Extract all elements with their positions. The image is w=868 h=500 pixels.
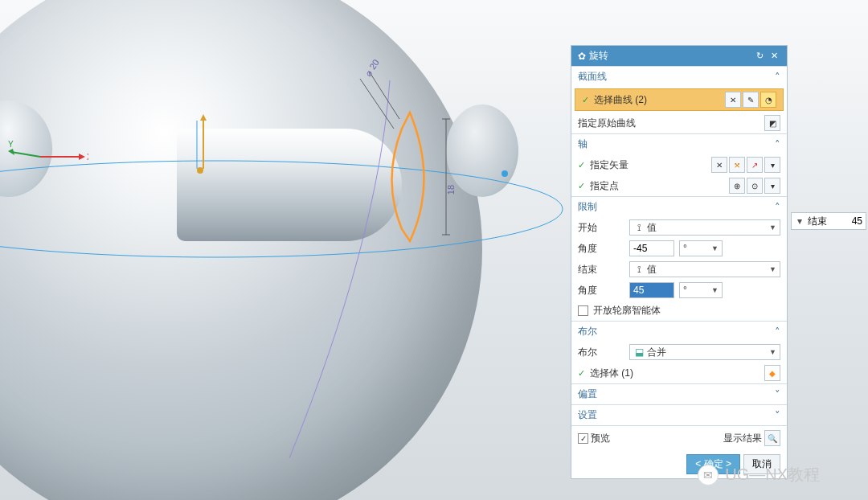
refresh-icon[interactable]: ↻ xyxy=(753,50,766,63)
chevron-up-icon: ˄ xyxy=(775,326,780,338)
limits-label: 限制 xyxy=(578,200,597,214)
section-curve-label: 截面线 xyxy=(578,70,607,84)
chevron-down-icon: ▼ xyxy=(769,265,776,273)
dialog-titlebar[interactable]: ✿ 旋转 ↻ ✕ xyxy=(571,46,787,66)
select-body-label: 选择体 (1) xyxy=(590,367,760,380)
section-boolean-header[interactable]: 布尔 ˄ xyxy=(571,321,787,342)
sketch-icon[interactable]: ✎ xyxy=(743,92,759,108)
start-mode-select[interactable]: ⟟ 值 ▼ xyxy=(629,219,780,236)
start-angle-input[interactable] xyxy=(629,240,674,256)
model-sphere xyxy=(0,0,482,500)
svg-text:Y: Y xyxy=(8,141,14,149)
open-profile-row[interactable]: 开放轮廓智能体 xyxy=(571,301,787,321)
end-label: 结束 xyxy=(578,263,624,277)
point-dialog-icon[interactable]: ⊕ xyxy=(729,178,745,194)
angle-label: 角度 xyxy=(578,242,624,256)
section-settings-header[interactable]: 设置 ˅ xyxy=(571,404,787,425)
chevron-down-icon[interactable]: ▾ xyxy=(795,215,805,227)
float-end-value: 45 xyxy=(830,215,862,227)
svg-marker-4 xyxy=(8,149,14,155)
open-profile-label: 开放轮廓智能体 xyxy=(593,304,661,318)
section-axis-header[interactable]: 轴 ˄ xyxy=(571,133,787,154)
body-icon[interactable]: ◆ xyxy=(764,365,780,381)
chevron-up-icon: ˄ xyxy=(775,138,780,150)
selection-intent-icon[interactable]: ◔ xyxy=(760,92,776,108)
float-end-label: 结束 xyxy=(808,215,827,228)
orig-curve-label: 指定原始曲线 xyxy=(578,117,760,130)
specify-vector-label: 指定矢量 xyxy=(590,158,706,172)
model-cylinder xyxy=(177,129,402,241)
start-unit-select[interactable]: °▼ xyxy=(679,240,723,256)
svg-line-3 xyxy=(11,152,40,157)
settings-label: 设置 xyxy=(578,408,597,422)
clear-icon[interactable]: ✕ xyxy=(725,92,741,108)
vector-inferred-icon[interactable]: ↗ xyxy=(747,157,763,173)
check-icon: ✓ xyxy=(578,160,585,170)
axis-label: 轴 xyxy=(578,137,588,151)
open-profile-checkbox[interactable] xyxy=(578,305,588,316)
chevron-down-icon: ˅ xyxy=(775,409,780,421)
vector-dropdown-icon[interactable]: ▾ xyxy=(764,157,780,173)
boolean-mode-select[interactable]: ⬓ 合并 ▼ xyxy=(629,344,780,360)
specify-point-label: 指定点 xyxy=(590,179,724,193)
end-mode-select[interactable]: ⟟ 值 ▼ xyxy=(629,261,780,277)
show-result-icon[interactable]: 🔍 xyxy=(764,430,780,446)
chevron-up-icon: ˄ xyxy=(775,71,780,83)
boolean-mode-row: 布尔 ⬓ 合并 ▼ xyxy=(571,342,787,363)
dialog-title: 旋转 xyxy=(589,49,608,63)
section-curve-header[interactable]: 截面线 ˄ xyxy=(571,66,787,87)
section-offset-header[interactable]: 偏置 ˅ xyxy=(571,383,787,404)
value-icon: ⟟ xyxy=(633,264,645,275)
dim-length: 18 xyxy=(446,185,456,195)
select-curve-label: 选择曲线 (2) xyxy=(594,93,720,107)
chevron-down-icon: ▼ xyxy=(769,223,776,232)
show-result-label: 显示结果 xyxy=(723,432,762,444)
end-unit-select[interactable]: °▼ xyxy=(679,282,723,298)
floating-end-input[interactable]: ▾ 结束 45 xyxy=(791,212,866,230)
vector-clear-icon[interactable]: ✕ xyxy=(711,157,727,173)
section-limits-header[interactable]: 限制 ˄ xyxy=(571,196,787,217)
revolve-dialog: ✿ 旋转 ↻ ✕ 截面线 ˄ ✓ 选择曲线 (2) ✕ ✎ ◔ 指定原始曲线 ◩… xyxy=(571,45,788,479)
boolean-label: 布尔 xyxy=(578,346,624,359)
specify-point-row[interactable]: ✓ 指定点 ⊕ ⊙ ▾ xyxy=(571,175,787,196)
watermark: ✉ UG—NX教程 xyxy=(698,464,820,486)
value-icon: ⟟ xyxy=(633,222,645,233)
svg-text:X: X xyxy=(87,153,88,162)
preview-checkbox[interactable]: ✓ xyxy=(578,433,588,444)
start-angle-row: 角度 °▼ xyxy=(571,238,787,259)
curve-picker-icon[interactable]: ◩ xyxy=(764,115,780,131)
unite-icon: ⬓ xyxy=(633,346,645,358)
offset-label: 偏置 xyxy=(578,387,597,401)
chevron-up-icon: ˄ xyxy=(775,201,780,213)
point-constructor-icon[interactable]: ⊙ xyxy=(747,178,763,194)
csys-triad[interactable]: X Y xyxy=(8,141,88,173)
orig-curve-row[interactable]: 指定原始曲线 ◩ xyxy=(571,113,787,133)
preview-label: 预览 xyxy=(591,432,610,444)
model-boss-right xyxy=(446,105,518,197)
gear-icon: ✿ xyxy=(578,51,586,62)
wechat-icon: ✉ xyxy=(698,465,719,486)
watermark-text: UG—NX教程 xyxy=(725,464,820,486)
select-body-row[interactable]: ✓ 选择体 (1) ◆ xyxy=(571,363,787,383)
specify-vector-row[interactable]: ✓ 指定矢量 ✕ ⤧ ↗ ▾ xyxy=(571,154,787,175)
chevron-down-icon: ▼ xyxy=(769,348,776,356)
start-mode-row: 开始 ⟟ 值 ▼ xyxy=(571,217,787,238)
close-icon[interactable]: ✕ xyxy=(768,50,780,63)
start-label: 开始 xyxy=(578,221,624,235)
end-angle-row: 角度 °▼ xyxy=(571,280,787,301)
end-mode-row: 结束 ⟟ 值 ▼ xyxy=(571,259,787,280)
vector-triad-icon[interactable]: ⤧ xyxy=(729,157,745,173)
boolean-sec-label: 布尔 xyxy=(578,325,597,338)
end-angle-input[interactable] xyxy=(629,282,674,298)
check-icon: ✓ xyxy=(582,95,589,105)
check-icon: ✓ xyxy=(578,368,585,379)
svg-marker-1 xyxy=(79,154,85,160)
point-dropdown-icon[interactable]: ▾ xyxy=(764,178,780,194)
check-icon: ✓ xyxy=(578,181,585,191)
angle-label: 角度 xyxy=(578,284,624,297)
chevron-down-icon: ˅ xyxy=(775,388,780,400)
select-curve-row[interactable]: ✓ 选择曲线 (2) ✕ ✎ ◔ xyxy=(575,88,784,111)
